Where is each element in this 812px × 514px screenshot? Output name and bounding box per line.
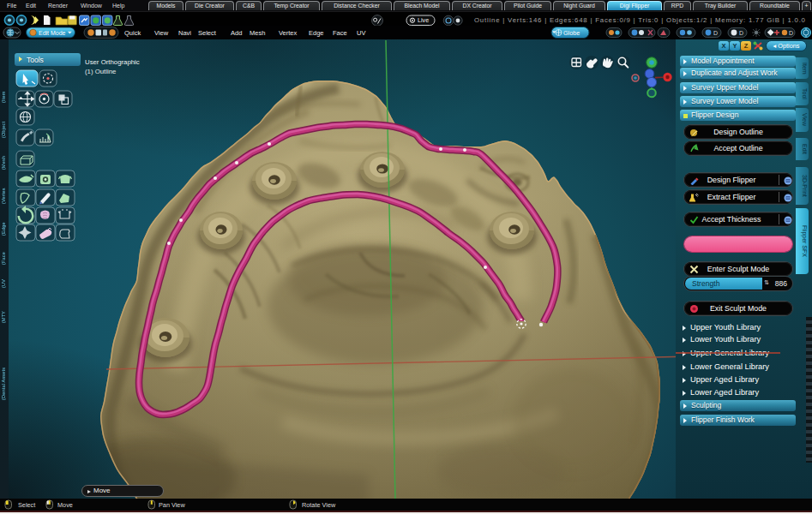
svg-text:Select: Select — [198, 29, 217, 37]
svg-text:UV: UV — [357, 29, 365, 37]
svg-text:Edit Mode: Edit Mode — [39, 30, 66, 36]
svg-text:Mesh: Mesh — [250, 29, 265, 37]
svg-text:Vertex: Vertex — [279, 29, 298, 37]
svg-text:Live: Live — [418, 16, 429, 24]
svg-text:D: D — [713, 30, 718, 36]
svg-text:Add: Add — [231, 29, 242, 37]
svg-text:Quick: Quick — [124, 29, 141, 37]
svg-text:Globe: Globe — [563, 29, 580, 37]
svg-text:D: D — [789, 30, 793, 36]
svg-text:Navi: Navi — [178, 29, 191, 37]
svg-text:View: View — [154, 29, 169, 37]
svg-text:D: D — [739, 30, 743, 36]
svg-text:Edge: Edge — [309, 29, 324, 37]
svg-text:Face: Face — [333, 29, 347, 37]
